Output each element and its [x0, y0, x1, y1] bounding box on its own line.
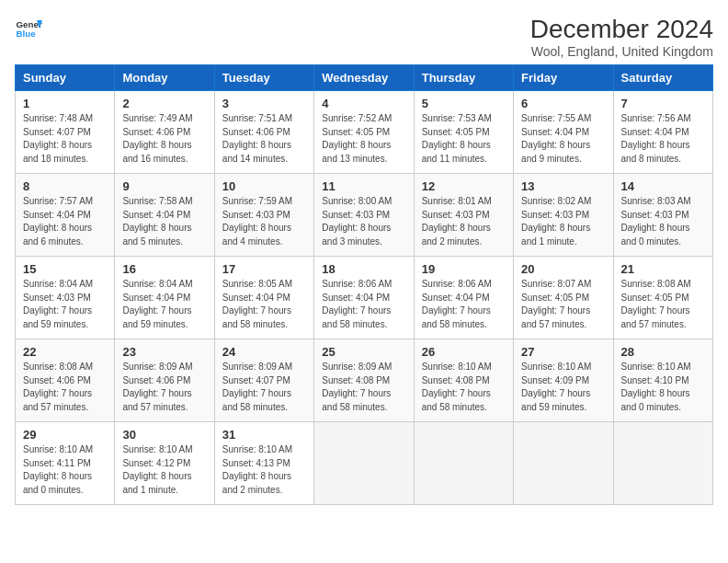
header-monday: Monday: [115, 65, 214, 91]
table-row: 26Sunrise: 8:10 AMSunset: 4:08 PMDayligh…: [414, 339, 513, 422]
table-row: 8Sunrise: 7:57 AMSunset: 4:04 PMDaylight…: [16, 174, 115, 257]
day-info: Sunrise: 8:02 AMSunset: 4:03 PMDaylight:…: [521, 195, 605, 248]
week-row-1: 1Sunrise: 7:48 AMSunset: 4:07 PMDaylight…: [16, 91, 713, 174]
table-row: 11Sunrise: 8:00 AMSunset: 4:03 PMDayligh…: [314, 174, 414, 257]
day-info: Sunrise: 7:57 AMSunset: 4:04 PMDaylight:…: [23, 195, 107, 248]
main-title: December 2024: [530, 15, 713, 44]
table-row: 19Sunrise: 8:06 AMSunset: 4:04 PMDayligh…: [414, 257, 513, 339]
table-row: 10Sunrise: 7:59 AMSunset: 4:03 PMDayligh…: [214, 174, 313, 257]
day-info: Sunrise: 7:56 AMSunset: 4:04 PMDaylight:…: [621, 112, 705, 166]
table-row: 18Sunrise: 8:06 AMSunset: 4:04 PMDayligh…: [314, 257, 414, 339]
day-number: 2: [122, 97, 206, 110]
title-block: December 2024 Wool, England, United King…: [530, 15, 713, 59]
day-info: Sunrise: 8:00 AMSunset: 4:03 PMDaylight:…: [322, 195, 405, 248]
table-row: 12Sunrise: 8:01 AMSunset: 4:03 PMDayligh…: [414, 174, 513, 257]
table-row: 15Sunrise: 8:04 AMSunset: 4:03 PMDayligh…: [16, 257, 115, 339]
day-number: 16: [122, 262, 206, 276]
table-row: [414, 422, 513, 505]
table-row: 2Sunrise: 7:49 AMSunset: 4:06 PMDaylight…: [115, 91, 214, 174]
table-row: [613, 422, 712, 505]
day-info: Sunrise: 8:10 AMSunset: 4:13 PMDaylight:…: [222, 443, 306, 497]
day-info: Sunrise: 8:06 AMSunset: 4:04 PMDaylight:…: [422, 278, 506, 331]
day-info: Sunrise: 7:53 AMSunset: 4:05 PMDaylight:…: [422, 112, 506, 166]
week-row-2: 8Sunrise: 7:57 AMSunset: 4:04 PMDaylight…: [16, 174, 713, 257]
day-info: Sunrise: 8:06 AMSunset: 4:04 PMDaylight:…: [322, 278, 405, 331]
day-info: Sunrise: 8:10 AMSunset: 4:08 PMDaylight:…: [422, 361, 506, 414]
day-info: Sunrise: 8:08 AMSunset: 4:05 PMDaylight:…: [621, 278, 705, 331]
day-number: 28: [621, 345, 705, 359]
day-number: 5: [422, 97, 506, 110]
day-info: Sunrise: 7:52 AMSunset: 4:05 PMDaylight:…: [322, 112, 405, 166]
day-number: 12: [422, 179, 506, 193]
logo-icon: General Blue: [15, 15, 42, 42]
day-number: 14: [621, 179, 705, 193]
table-row: 29Sunrise: 8:10 AMSunset: 4:11 PMDayligh…: [16, 422, 115, 505]
table-row: [314, 422, 414, 505]
day-info: Sunrise: 8:09 AMSunset: 4:07 PMDaylight:…: [222, 361, 306, 414]
weekday-header-row: Sunday Monday Tuesday Wednesday Thursday…: [16, 65, 713, 91]
day-number: 26: [422, 345, 506, 359]
day-number: 1: [23, 97, 107, 110]
calendar-table: Sunday Monday Tuesday Wednesday Thursday…: [15, 64, 713, 505]
day-info: Sunrise: 8:10 AMSunset: 4:09 PMDaylight:…: [521, 361, 605, 414]
day-info: Sunrise: 7:51 AMSunset: 4:06 PMDaylight:…: [222, 112, 306, 166]
day-number: 24: [222, 345, 306, 359]
table-row: 25Sunrise: 8:09 AMSunset: 4:08 PMDayligh…: [314, 339, 414, 422]
table-row: 9Sunrise: 7:58 AMSunset: 4:04 PMDaylight…: [115, 174, 214, 257]
table-row: 1Sunrise: 7:48 AMSunset: 4:07 PMDaylight…: [16, 91, 115, 174]
table-row: 23Sunrise: 8:09 AMSunset: 4:06 PMDayligh…: [115, 339, 214, 422]
day-number: 8: [23, 179, 107, 193]
table-row: 7Sunrise: 7:56 AMSunset: 4:04 PMDaylight…: [613, 91, 712, 174]
day-info: Sunrise: 7:48 AMSunset: 4:07 PMDaylight:…: [23, 112, 107, 166]
header: General Blue December 2024 Wool, England…: [15, 15, 713, 59]
week-row-5: 29Sunrise: 8:10 AMSunset: 4:11 PMDayligh…: [16, 422, 713, 505]
header-friday: Friday: [514, 65, 613, 91]
day-number: 19: [422, 262, 506, 276]
week-row-3: 15Sunrise: 8:04 AMSunset: 4:03 PMDayligh…: [16, 257, 713, 339]
day-info: Sunrise: 7:49 AMSunset: 4:06 PMDaylight:…: [122, 112, 206, 166]
day-number: 13: [521, 179, 605, 193]
day-info: Sunrise: 8:10 AMSunset: 4:10 PMDaylight:…: [621, 361, 705, 414]
header-wednesday: Wednesday: [314, 65, 414, 91]
table-row: 27Sunrise: 8:10 AMSunset: 4:09 PMDayligh…: [514, 339, 613, 422]
day-info: Sunrise: 7:58 AMSunset: 4:04 PMDaylight:…: [122, 195, 206, 248]
table-row: 14Sunrise: 8:03 AMSunset: 4:03 PMDayligh…: [613, 174, 712, 257]
header-sunday: Sunday: [16, 65, 115, 91]
day-info: Sunrise: 8:08 AMSunset: 4:06 PMDaylight:…: [23, 361, 107, 414]
day-number: 18: [322, 262, 405, 276]
day-number: 15: [23, 262, 107, 276]
logo: General Blue: [15, 15, 42, 42]
table-row: 31Sunrise: 8:10 AMSunset: 4:13 PMDayligh…: [214, 422, 313, 505]
table-row: 17Sunrise: 8:05 AMSunset: 4:04 PMDayligh…: [214, 257, 313, 339]
day-info: Sunrise: 7:55 AMSunset: 4:04 PMDaylight:…: [521, 112, 605, 166]
table-row: 6Sunrise: 7:55 AMSunset: 4:04 PMDaylight…: [514, 91, 613, 174]
header-tuesday: Tuesday: [214, 65, 313, 91]
day-number: 30: [122, 428, 206, 442]
day-number: 27: [521, 345, 605, 359]
week-row-4: 22Sunrise: 8:08 AMSunset: 4:06 PMDayligh…: [16, 339, 713, 422]
table-row: 28Sunrise: 8:10 AMSunset: 4:10 PMDayligh…: [613, 339, 712, 422]
table-row: 20Sunrise: 8:07 AMSunset: 4:05 PMDayligh…: [514, 257, 613, 339]
day-number: 29: [23, 428, 107, 442]
subtitle: Wool, England, United Kingdom: [530, 44, 713, 59]
table-row: 5Sunrise: 7:53 AMSunset: 4:05 PMDaylight…: [414, 91, 513, 174]
day-number: 31: [222, 428, 306, 442]
table-row: [514, 422, 613, 505]
svg-text:Blue: Blue: [17, 29, 37, 39]
day-number: 4: [322, 97, 405, 110]
day-info: Sunrise: 8:04 AMSunset: 4:04 PMDaylight:…: [122, 278, 206, 331]
day-info: Sunrise: 8:09 AMSunset: 4:08 PMDaylight:…: [322, 361, 405, 414]
table-row: 3Sunrise: 7:51 AMSunset: 4:06 PMDaylight…: [214, 91, 313, 174]
day-number: 22: [23, 345, 107, 359]
day-number: 6: [521, 97, 605, 110]
table-row: 24Sunrise: 8:09 AMSunset: 4:07 PMDayligh…: [214, 339, 313, 422]
day-number: 9: [122, 179, 206, 193]
day-info: Sunrise: 7:59 AMSunset: 4:03 PMDaylight:…: [222, 195, 306, 248]
day-number: 25: [322, 345, 405, 359]
day-info: Sunrise: 8:07 AMSunset: 4:05 PMDaylight:…: [521, 278, 605, 331]
day-number: 23: [122, 345, 206, 359]
table-row: 21Sunrise: 8:08 AMSunset: 4:05 PMDayligh…: [613, 257, 712, 339]
day-info: Sunrise: 8:04 AMSunset: 4:03 PMDaylight:…: [23, 278, 107, 331]
day-info: Sunrise: 8:09 AMSunset: 4:06 PMDaylight:…: [122, 361, 206, 414]
day-number: 11: [322, 179, 405, 193]
